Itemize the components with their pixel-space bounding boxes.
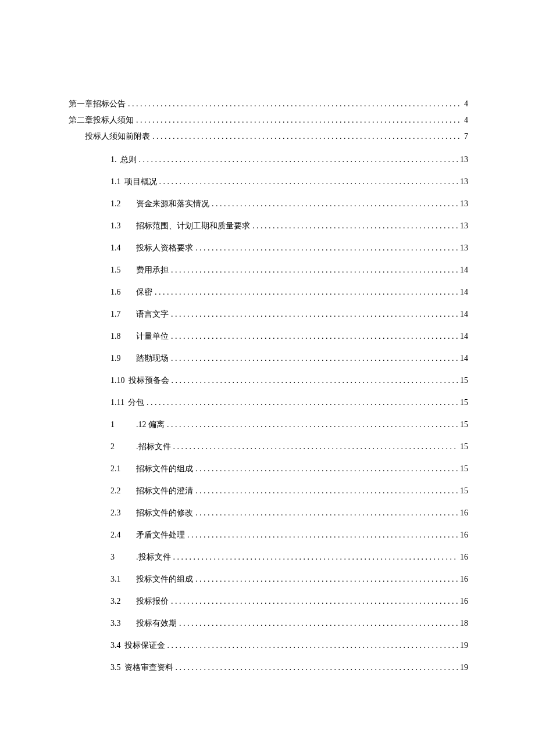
toc-row: 1.2资金来源和落实情况13	[69, 200, 468, 208]
toc-leader-dots	[139, 156, 458, 164]
toc-entry-page: 4	[464, 100, 468, 108]
toc-entry-number: 1.9	[110, 354, 136, 363]
toc-entry-number: 1.3	[110, 222, 136, 230]
toc-entry-label: 投标预备会	[129, 377, 169, 385]
toc-entry-page: 13	[460, 156, 468, 164]
toc-entry-page: 16	[460, 575, 468, 583]
toc-entry-number: 1.	[110, 156, 120, 164]
toc-leader-dots	[171, 310, 458, 318]
toc-entry-number: 1.11	[110, 399, 128, 407]
toc-entry-number: 1.2	[110, 200, 136, 208]
toc-entry-number: 3.5	[110, 664, 124, 672]
toc-entry-number: 1.7	[110, 310, 136, 318]
toc-entry-label: 投标人须知前附表	[85, 132, 150, 141]
toc-entry-number: 1.8	[110, 332, 136, 341]
toc-row: 3.1投标文件的组成16	[69, 575, 468, 583]
toc-entry-label: 分包	[128, 399, 144, 407]
toc-entry-page: 15	[460, 377, 468, 385]
toc-row: 1.7语言文字14	[69, 310, 468, 318]
toc-row: 第二章投标人须知4	[69, 116, 468, 124]
toc-leader-dots	[173, 553, 458, 561]
toc-row: 第一章招标公告4	[69, 100, 468, 108]
toc-entry-number: 3	[110, 553, 136, 561]
toc-entry-number: 1.5	[110, 266, 136, 274]
toc-entry-label: 计量单位	[136, 332, 169, 341]
toc-entry-number: 3.4	[110, 642, 124, 650]
toc-page: 第一章招标公告4第二章投标人须知4投标人须知前附表71.总则131.1项目概况1…	[0, 0, 535, 756]
toc-leader-dots	[195, 487, 458, 495]
toc-entry-page: 16	[460, 531, 468, 539]
toc-leader-dots	[212, 200, 458, 208]
toc-entry-page: 14	[460, 288, 468, 296]
toc-entry-page: 15	[460, 465, 468, 473]
toc-entry-label: .招标文件	[136, 443, 171, 451]
toc-leader-dots	[252, 222, 458, 230]
toc-row: 投标人须知前附表7	[69, 132, 468, 141]
toc-leader-dots	[159, 178, 458, 186]
toc-entry-label: 招标范围、计划工期和质量要求	[136, 222, 250, 230]
toc-leader-dots	[173, 443, 458, 451]
toc-entry-label: 投标有效期	[136, 619, 177, 628]
toc-row: 3.5资格审查资料19	[69, 664, 468, 672]
toc-entry-page: 7	[464, 132, 468, 141]
toc-row: 2.1招标文件的组成15	[69, 465, 468, 473]
toc-entry-label: 保密	[136, 288, 152, 296]
toc-entry-label: 资格审查资料	[124, 664, 173, 672]
toc-row: 3.2投标报价16	[69, 597, 468, 605]
toc-entry-page: 13	[460, 222, 468, 230]
toc-entry-label: 资金来源和落实情况	[136, 200, 209, 208]
toc-row: 1.11分包15	[69, 399, 468, 407]
toc-entry-label: 招标文件的组成	[136, 465, 193, 473]
toc-entry-label: 投标报价	[136, 597, 169, 605]
toc-entry-number: 3.3	[110, 619, 136, 628]
toc-entry-label: 费用承担	[136, 266, 169, 274]
toc-leader-dots	[171, 354, 458, 363]
toc-entry-page: 16	[460, 509, 468, 517]
toc-entry-label: 投标文件的组成	[136, 575, 193, 583]
toc-leader-dots	[176, 664, 458, 672]
toc-row: 1.1项目概况13	[69, 178, 468, 186]
toc-entry-number: 2	[110, 443, 136, 451]
toc-leader-dots	[167, 642, 458, 650]
toc-row: 2.3招标文件的修改16	[69, 509, 468, 517]
toc-entry-page: 13	[460, 178, 468, 186]
toc-entry-page: 14	[460, 310, 468, 318]
toc-container: 第一章招标公告4第二章投标人须知4投标人须知前附表71.总则131.1项目概况1…	[69, 100, 468, 672]
toc-entry-number: 1.4	[110, 244, 136, 252]
toc-entry-page: 15	[460, 443, 468, 451]
toc-entry-number: 2.3	[110, 509, 136, 517]
toc-entry-label: 总则	[120, 156, 137, 164]
toc-entry-page: 15	[460, 421, 468, 429]
toc-row: 1.总则13	[69, 156, 468, 164]
toc-leader-dots	[172, 377, 458, 385]
toc-leader-dots	[128, 100, 462, 108]
toc-row: 2.招标文件15	[69, 443, 468, 451]
toc-entry-label: 第一章招标公告	[69, 100, 126, 108]
toc-entry-number: 1.6	[110, 288, 136, 296]
toc-row: 1.5费用承担14	[69, 266, 468, 274]
toc-entry-page: 16	[460, 597, 468, 605]
toc-leader-dots	[152, 132, 462, 141]
toc-row: 1.10投标预备会15	[69, 377, 468, 385]
toc-entry-label: 招标文件的澄清	[136, 487, 193, 495]
toc-entry-label: 项目概况	[124, 178, 157, 186]
toc-row: 1.4投标人资格要求13	[69, 244, 468, 252]
toc-entry-page: 14	[460, 354, 468, 363]
toc-row: 1.8计量单位14	[69, 332, 468, 341]
toc-entry-page: 4	[464, 116, 468, 124]
toc-row: 2.4矛盾文件处理16	[69, 531, 468, 539]
toc-row: 2.2招标文件的澄清15	[69, 487, 468, 495]
toc-entry-label: 第二章投标人须知	[69, 116, 134, 124]
toc-leader-dots	[167, 421, 458, 429]
toc-entry-label: 踏勘现场	[136, 354, 169, 363]
toc-row: 1.3招标范围、计划工期和质量要求13	[69, 222, 468, 230]
toc-leader-dots	[195, 509, 458, 517]
toc-leader-dots	[187, 531, 458, 539]
toc-entry-page: 18	[460, 619, 468, 628]
toc-entry-page: 19	[460, 642, 468, 650]
toc-entry-page: 19	[460, 664, 468, 672]
toc-entry-page: 15	[460, 487, 468, 495]
toc-row: 3.投标文件16	[69, 553, 468, 561]
toc-leader-dots	[171, 597, 458, 605]
toc-row: 1.6保密14	[69, 288, 468, 296]
